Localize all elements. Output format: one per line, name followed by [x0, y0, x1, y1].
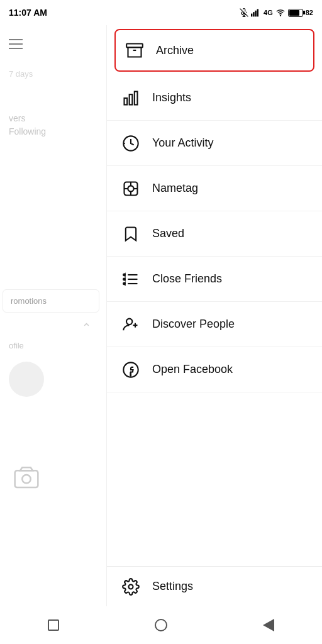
nametag-label: Nametag — [152, 182, 198, 195]
menu-item-saved[interactable]: Saved — [107, 211, 322, 257]
svg-rect-10 — [126, 44, 143, 48]
svg-rect-5 — [255, 11, 256, 17]
svg-rect-6 — [257, 9, 258, 16]
status-time: 11:07 AM — [9, 8, 47, 18]
battery-indicator — [288, 9, 303, 17]
nametag-icon — [119, 177, 142, 200]
close-friends-label: Close Friends — [152, 272, 222, 286]
wifi-icon — [275, 8, 286, 17]
svg-point-7 — [280, 15, 280, 16]
insights-icon — [119, 87, 142, 109]
dim-overlay — [0, 25, 107, 606]
insights-label: Insights — [152, 91, 191, 104]
svg-rect-4 — [253, 12, 254, 16]
svg-rect-13 — [135, 91, 138, 104]
menu-item-insights[interactable]: Insights — [107, 75, 322, 121]
saved-icon — [119, 223, 142, 245]
android-home-button[interactable] — [155, 619, 167, 631]
menu-item-open-facebook[interactable]: Open Facebook — [107, 347, 322, 392]
svg-point-28 — [123, 274, 125, 275]
menu-item-archive[interactable]: Archive — [114, 29, 314, 72]
svg-point-29 — [123, 278, 125, 280]
mute-icon — [240, 8, 248, 17]
settings-label: Settings — [152, 580, 193, 593]
network-type: 4G — [264, 9, 273, 16]
menu-item-your-activity[interactable]: Your Activity — [107, 121, 322, 166]
svg-point-30 — [123, 282, 125, 284]
settings-menu-item[interactable]: Settings — [107, 566, 322, 606]
menu-item-close-friends[interactable]: Close Friends — [107, 257, 322, 302]
saved-label: Saved — [152, 227, 184, 240]
discover-people-label: Discover People — [152, 318, 235, 331]
svg-point-31 — [126, 318, 132, 324]
facebook-icon — [119, 358, 142, 381]
discover-icon — [119, 313, 142, 336]
svg-point-17 — [128, 186, 133, 191]
your-activity-label: Your Activity — [152, 136, 213, 150]
android-back-button[interactable] — [263, 619, 274, 631]
svg-rect-11 — [125, 98, 128, 105]
signal-icon — [251, 8, 261, 17]
right-menu-panel: Archive Insights Your Activity — [107, 25, 322, 606]
svg-rect-12 — [130, 94, 133, 104]
svg-rect-3 — [251, 14, 252, 17]
svg-point-35 — [129, 584, 133, 589]
menu-item-discover-people[interactable]: Discover People — [107, 302, 322, 347]
activity-icon — [119, 132, 142, 155]
archive-label: Archive — [156, 44, 194, 57]
android-square-button[interactable] — [48, 619, 59, 631]
open-facebook-label: Open Facebook — [152, 363, 233, 376]
menu-item-nametag[interactable]: Nametag — [107, 166, 322, 211]
android-nav-bar — [0, 606, 322, 644]
status-bar: 11:07 AM 4G 82 — [0, 0, 322, 25]
close-friends-icon — [119, 268, 142, 291]
status-icons: 4G 82 — [240, 8, 313, 17]
settings-icon — [119, 575, 142, 598]
battery-level: 82 — [306, 9, 313, 16]
archive-icon — [123, 39, 146, 62]
